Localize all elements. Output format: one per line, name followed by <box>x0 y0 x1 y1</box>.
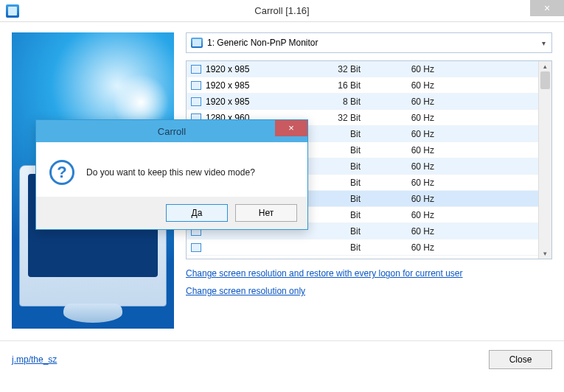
resolution-row[interactable]: 1920 x 98532 Bit60 Hz <box>187 61 538 77</box>
no-button[interactable]: Нет <box>235 204 297 222</box>
bit-depth-value: Bit <box>309 178 390 188</box>
link-change-only[interactable]: Change screen resolution only <box>186 286 552 296</box>
refresh-rate-value: 60 Hz <box>390 178 471 188</box>
bit-depth-value: Bit <box>309 226 390 237</box>
site-link[interactable]: j.mp/the_sz <box>12 354 57 365</box>
refresh-rate-value: 60 Hz <box>390 194 471 204</box>
bit-depth-value: Bit <box>309 129 390 139</box>
refresh-rate-value: 60 Hz <box>390 210 471 220</box>
refresh-rate-value: 60 Hz <box>390 145 471 155</box>
bit-depth-value: Bit <box>309 161 390 172</box>
link-change-and-restore[interactable]: Change screen resolution and restore wit… <box>186 268 552 279</box>
scroll-up-icon[interactable]: ▴ <box>539 61 551 71</box>
refresh-rate-value: 60 Hz <box>390 226 471 237</box>
window-close-button[interactable]: × <box>530 0 564 16</box>
refresh-rate-value: 60 Hz <box>390 129 471 139</box>
bit-depth-value: 32 Bit <box>309 64 390 74</box>
monitor-select[interactable]: 1: Generic Non-PnP Monitor ▾ <box>186 32 552 53</box>
resolution-row[interactable]: Bit60 Hz <box>187 239 538 256</box>
resolution-value: 1920 x 985 <box>206 97 309 107</box>
action-links: Change screen resolution and restore wit… <box>186 268 552 304</box>
refresh-rate-value: 60 Hz <box>390 113 471 123</box>
resolution-value: 1920 x 985 <box>206 64 309 74</box>
bit-depth-value: Bit <box>309 210 390 220</box>
bit-depth-value: 8 Bit <box>309 97 390 107</box>
refresh-rate-value: 60 Hz <box>390 242 471 253</box>
refresh-rate-value: 60 Hz <box>390 97 471 107</box>
refresh-rate-value: 60 Hz <box>390 64 471 74</box>
bit-depth-value: Bit <box>309 145 390 155</box>
chevron-down-icon: ▾ <box>542 39 546 47</box>
resolution-icon <box>191 65 201 74</box>
resolution-row[interactable]: 1920 x 9858 Bit60 Hz <box>187 94 538 110</box>
dialog-titlebar: Carroll × <box>36 120 307 142</box>
dialog-title: Carroll <box>36 126 307 137</box>
bit-depth-value: 32 Bit <box>309 113 390 123</box>
yes-button[interactable]: Да <box>166 204 228 222</box>
confirm-dialog: Carroll × ? Do you want to keep this new… <box>35 119 308 230</box>
dialog-message: Do you want to keep this new video mode? <box>86 167 255 178</box>
bit-depth-value: Bit <box>309 242 390 253</box>
refresh-rate-value: 60 Hz <box>390 161 471 172</box>
dialog-footer: Да Нет <box>36 197 307 229</box>
resolution-value: 1920 x 985 <box>206 80 309 91</box>
resolution-icon <box>191 243 201 252</box>
scrollbar[interactable]: ▴ ▾ <box>538 61 551 259</box>
question-icon: ? <box>49 160 74 185</box>
window-title: Carroll [1.16] <box>0 5 564 16</box>
dialog-close-button[interactable]: × <box>275 120 307 136</box>
dialog-body: ? Do you want to keep this new video mod… <box>36 142 307 197</box>
close-button[interactable]: Close <box>489 350 552 369</box>
resolution-icon <box>191 97 201 106</box>
window-titlebar: Carroll [1.16] × <box>0 0 564 22</box>
monitor-icon <box>191 38 203 48</box>
monitor-select-value: 1: Generic Non-PnP Monitor <box>207 38 318 48</box>
bit-depth-value: Bit <box>309 194 390 204</box>
scroll-thumb[interactable] <box>540 71 550 89</box>
resolution-icon <box>191 81 201 90</box>
footer: j.mp/the_sz Close <box>0 340 564 377</box>
scroll-down-icon[interactable]: ▾ <box>539 248 551 259</box>
resolution-row[interactable]: 1920 x 98516 Bit60 Hz <box>187 77 538 94</box>
refresh-rate-value: 60 Hz <box>390 80 471 91</box>
bit-depth-value: 16 Bit <box>309 80 390 91</box>
